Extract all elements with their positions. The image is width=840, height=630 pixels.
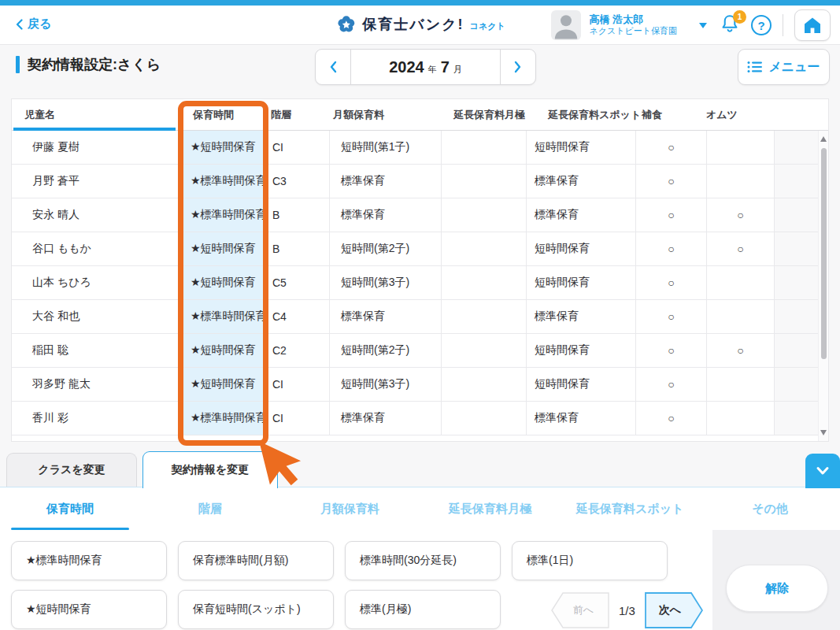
table-row[interactable]: 安永 晴人 ★標準時間保育 B 標準保育 標準保育 ○ ○: [12, 198, 828, 232]
option-button[interactable]: ★短時間保育: [11, 590, 167, 629]
menu-button[interactable]: メニュー: [738, 49, 830, 85]
cell-extended-monthly: [441, 334, 526, 367]
table-scrollbar[interactable]: [818, 131, 828, 441]
prev-page-button[interactable]: 前へ: [551, 592, 609, 628]
page-title-text: 契約情報設定:さくら: [28, 55, 161, 74]
cell-diaper-flag: [706, 266, 774, 299]
table-header-row: 児童名保育時間階層月額保育料延長保育料月極延長保育料スポット補食オムツ: [12, 99, 828, 131]
cell-tier: B: [265, 232, 329, 265]
cell-diaper-flag: [706, 131, 774, 164]
scroll-up-icon[interactable]: [820, 136, 827, 142]
chevron-down-icon: [816, 466, 830, 476]
table-row[interactable]: 山本 ちひろ ★短時間保育 C5 短時間(第3子) 短時間保育 ○: [12, 266, 828, 300]
section-tab[interactable]: クラスを変更: [6, 453, 137, 487]
cell-snack-flag: ○: [635, 131, 706, 164]
back-label: 戻る: [28, 17, 51, 32]
panel-tab-label: その他: [752, 502, 788, 517]
cell-extended-spot: 短時間保育: [526, 232, 635, 265]
user-info[interactable]: 高橋 浩太郎 ネクストビート保育園: [589, 13, 677, 37]
scroll-down-icon[interactable]: [820, 430, 827, 435]
cell-child-name: 月野 蒼平: [12, 165, 180, 198]
cell-care-hours: ★短時間保育: [180, 266, 265, 299]
section-tab-label: 契約情報を変更: [172, 463, 249, 477]
cell-extended-monthly: [441, 368, 526, 401]
cell-care-hours: ★短時間保育: [180, 368, 265, 401]
year-unit: 年: [428, 59, 437, 76]
header-user-zone: 高橋 浩太郎 ネクストビート保育園 1 ?: [551, 10, 831, 40]
panel-tab[interactable]: 延長保育料月極: [420, 487, 560, 530]
option-button[interactable]: 保育標準時間(月額): [178, 541, 334, 580]
next-page-button[interactable]: 次へ: [645, 592, 703, 628]
section-tab[interactable]: 契約情報を変更: [142, 451, 278, 488]
release-label: 解除: [765, 581, 789, 596]
release-button[interactable]: 解除: [726, 565, 828, 612]
cell-child-name: 稲田 聡: [12, 334, 180, 367]
cell-monthly-fee: 短時間(第2子): [329, 232, 441, 265]
table-row[interactable]: 大谷 和也 ★標準時間保育 C4 標準保育 標準保育 ○: [12, 300, 828, 334]
cell-snack-flag: ○: [635, 300, 706, 333]
chevron-left-icon: [329, 61, 337, 73]
panel-tab[interactable]: 階層: [140, 487, 280, 530]
cell-care-hours: ★標準時間保育: [180, 165, 265, 198]
panel-tab[interactable]: 延長保育料スポット: [560, 487, 700, 530]
cell-care-hours: ★短時間保育: [180, 131, 265, 164]
option-button[interactable]: 標準(1日): [512, 541, 668, 580]
back-button[interactable]: 戻る: [16, 17, 51, 32]
cell-snack-flag: ○: [635, 165, 706, 198]
column-header: 延長保育料スポット: [526, 108, 635, 122]
cell-care-hours: ★短時間保育: [180, 232, 265, 265]
cell-diaper-flag: [706, 402, 774, 435]
table-row[interactable]: 羽多野 龍太 ★短時間保育 CI 短時間(第3子) 短時間保育 ○: [12, 368, 828, 402]
home-button[interactable]: [794, 9, 831, 41]
column-header: 児童名: [12, 99, 180, 131]
prev-month-button[interactable]: [316, 50, 350, 84]
collapse-panel-button[interactable]: [805, 454, 840, 488]
option-button[interactable]: 標準(月極): [345, 590, 501, 629]
table-row[interactable]: 伊藤 夏樹 ★短時間保育 CI 短時間(第1子) 短時間保育 ○: [12, 131, 828, 165]
option-button[interactable]: 保育短時間(スッポト): [178, 590, 334, 629]
scrollbar-thumb[interactable]: [821, 148, 827, 359]
cell-diaper-flag: ○: [706, 232, 774, 265]
cell-extended-spot: 短時間保育: [526, 368, 635, 401]
panel-tab[interactable]: 月額保育料: [280, 487, 420, 530]
user-menu-caret-icon[interactable]: [699, 23, 707, 28]
panel-tab[interactable]: 保育時間: [0, 487, 140, 530]
option-button[interactable]: ★標準時間保育: [11, 541, 167, 580]
table-row[interactable]: 稲田 聡 ★短時間保育 C2 短時間(第2子) 短時間保育 ○ ○: [12, 334, 828, 368]
app-window: 戻る 保育士バンク! コネクト 高橋 浩: [0, 0, 840, 630]
option-button[interactable]: 標準時間(30分延長): [345, 541, 501, 580]
cell-child-name: 大谷 和也: [12, 300, 180, 333]
cell-extended-spot: 短時間保育: [526, 334, 635, 367]
sakura-logo-icon: [335, 13, 357, 35]
cell-monthly-fee: 標準保育: [329, 300, 441, 333]
cell-extended-monthly: [441, 232, 526, 265]
notifications-button[interactable]: 1: [720, 13, 743, 37]
table-row[interactable]: 月野 蒼平 ★標準時間保育 C3 標準保育 標準保育 ○: [12, 165, 828, 198]
cell-child-name: 香川 彩: [12, 402, 180, 435]
column-header: 補食: [635, 108, 706, 122]
cell-child-name: 羽多野 龍太: [12, 368, 180, 401]
cell-tier: B: [265, 198, 329, 232]
cell-diaper-flag: [706, 300, 774, 333]
cell-tier: C5: [265, 266, 329, 299]
panel-tab-label: 延長保育料月極: [449, 502, 531, 517]
cell-extended-spot: 標準保育: [526, 300, 635, 333]
cell-child-name: 山本 ちひろ: [12, 266, 180, 299]
cell-diaper-flag: [706, 165, 774, 198]
next-month-button[interactable]: [501, 50, 535, 84]
panel-tab-label: 保育時間: [46, 502, 94, 517]
release-panel: 解除: [712, 530, 840, 630]
cell-child-name: 谷口 ももか: [12, 232, 180, 265]
panel-tab[interactable]: その他: [700, 487, 840, 530]
cell-extended-spot: 標準保育: [526, 402, 635, 435]
edit-panel: 保育時間 階層 月額保育料 延長保育料月極 延長保育料スポット: [0, 487, 840, 630]
help-button[interactable]: ?: [751, 15, 772, 35]
section-tabs: クラスを変更 契約情報を変更: [6, 451, 278, 488]
cell-extended-spot: 標準保育: [526, 198, 635, 232]
table-row[interactable]: 谷口 ももか ★短時間保育 B 短時間(第2子) 短時間保育 ○ ○: [12, 232, 828, 266]
cell-extended-spot: 標準保育: [526, 165, 635, 198]
chevron-right-icon: [514, 61, 522, 73]
cell-snack-flag: ○: [635, 232, 706, 265]
table-row[interactable]: 香川 彩 ★標準時間保育 CI 標準保育 標準保育 ○: [12, 402, 828, 435]
cell-child-name: 安永 晴人: [12, 198, 180, 232]
